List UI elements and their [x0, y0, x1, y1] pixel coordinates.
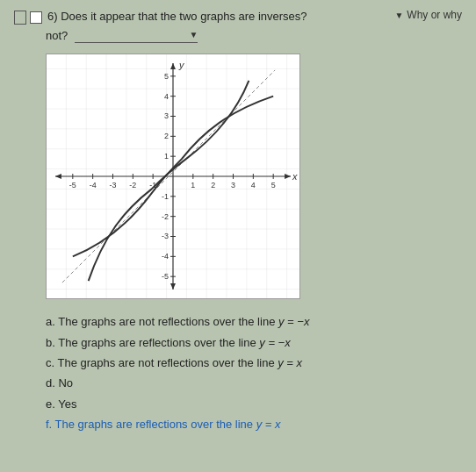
answer-b[interactable]: b. The graphs are reflections over the l… — [46, 333, 462, 353]
graph-svg: y x -5 -4 -3 -2 -1 1 2 3 4 5 — [47, 54, 299, 298]
svg-text:-4: -4 — [90, 181, 97, 190]
answer-a-math: y = −x — [278, 315, 309, 328]
svg-text:-5: -5 — [162, 272, 169, 281]
answer-d[interactable]: d. No — [46, 373, 462, 393]
answer-b-math: y = −x — [259, 336, 290, 349]
dropdown-arrow-icon: ▼ — [394, 11, 403, 20]
svg-text:-2: -2 — [162, 212, 169, 221]
answer-f-prefix: f. The graphs are reflections over the l… — [46, 418, 256, 431]
svg-text:3: 3 — [231, 181, 235, 190]
flag-icon — [14, 11, 26, 25]
svg-text:1: 1 — [191, 181, 195, 190]
svg-text:2: 2 — [164, 132, 169, 140]
not-dropdown-arrow-icon: ▼ — [189, 30, 198, 39]
answer-d-text: d. No — [46, 376, 73, 390]
not-dropdown-value — [75, 28, 78, 41]
svg-text:-3: -3 — [110, 181, 117, 190]
checkbox-flag-area — [14, 11, 42, 25]
svg-text:2: 2 — [211, 181, 215, 190]
answers-section: a. The graphs are not reflections over t… — [46, 311, 462, 434]
not-row: not? ▼ — [46, 28, 462, 43]
question-text: 6) Does it appear that the two graphs ar… — [47, 9, 389, 25]
answer-c-math: y = x — [278, 356, 302, 369]
graph-area: y x -5 -4 -3 -2 -1 1 2 3 4 5 — [46, 54, 300, 299]
svg-text:4: 4 — [251, 181, 256, 190]
checkbox-icon[interactable] — [30, 11, 42, 24]
svg-text:-2: -2 — [129, 181, 136, 190]
why-or-why-dropdown[interactable]: ▼ Why or why — [394, 9, 462, 21]
answer-c-prefix: c. The graphs are not reflections over t… — [46, 356, 278, 369]
answer-b-prefix: b. The graphs are reflections over the l… — [46, 336, 259, 349]
svg-text:-1: -1 — [162, 192, 169, 201]
answer-f[interactable]: f. The graphs are reflections over the l… — [46, 414, 462, 434]
svg-text:4: 4 — [164, 92, 169, 101]
answer-c[interactable]: c. The graphs are not reflections over t… — [46, 353, 462, 373]
svg-text:3: 3 — [164, 112, 169, 121]
svg-text:1: 1 — [164, 152, 169, 161]
answer-f-math: y = x — [256, 418, 281, 431]
why-or-why-label: Why or why — [407, 9, 462, 21]
not-label: not? — [46, 29, 68, 42]
svg-text:x: x — [292, 171, 298, 182]
question-header: 6) Does it appear that the two graphs ar… — [14, 9, 462, 25]
svg-text:y: y — [178, 60, 184, 70]
answer-e[interactable]: e. Yes — [46, 394, 462, 414]
answer-e-text: e. Yes — [46, 397, 76, 411]
svg-text:5: 5 — [271, 181, 276, 190]
answer-a[interactable]: a. The graphs are not reflections over t… — [46, 311, 462, 332]
question-body: Does it appear that the two graphs are i… — [61, 10, 307, 23]
question-number: 6) — [47, 10, 58, 23]
not-dropdown[interactable]: ▼ — [75, 28, 198, 43]
svg-text:-5: -5 — [69, 181, 76, 190]
answer-a-prefix: a. The graphs are not reflections over t… — [46, 315, 278, 328]
svg-text:5: 5 — [164, 72, 169, 81]
svg-text:-4: -4 — [162, 253, 169, 261]
svg-text:-3: -3 — [162, 232, 169, 241]
